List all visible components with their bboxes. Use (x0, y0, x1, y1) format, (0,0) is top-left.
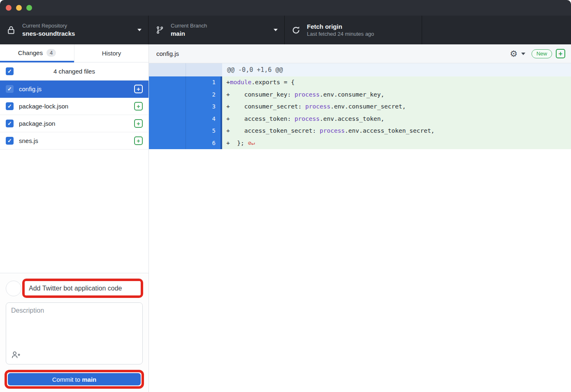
hunk-header-row: @@ -0,0 +1,6 @@ (149, 63, 571, 76)
new-line-number-cell[interactable]: 2 (186, 89, 222, 101)
diff-line-4: 4+ access_token: process.env.access_toke… (149, 113, 571, 125)
file-row-config.js[interactable]: ✓config.js+ (0, 81, 149, 98)
diff-code-text: + access_token: process.env.access_token… (222, 113, 571, 125)
commit-description-input[interactable] (6, 303, 142, 351)
current-branch-label: Current Branch (171, 23, 207, 29)
old-line-number-cell[interactable] (149, 137, 186, 150)
tab-history[interactable]: History (74, 44, 149, 62)
diff-code-text: + access_token_secret: process.env.acces… (222, 125, 571, 137)
git-branch-icon (155, 25, 164, 35)
diff-code-text: + consumer_secret: process.env.consumer_… (222, 101, 571, 113)
tab-changes-label: Changes (18, 49, 43, 56)
new-line-number-cell[interactable]: 3 (186, 101, 222, 113)
changed-files-count-label: 4 changed files (0, 68, 149, 75)
expand-diff-plus-icon[interactable]: + (556, 49, 565, 58)
added-file-plus-icon: + (134, 85, 143, 93)
old-line-number-cell[interactable] (149, 89, 186, 101)
diff-code-text: + }; ⊘↵ (222, 137, 571, 150)
current-repository-label: Current Repository (22, 23, 75, 29)
toolbar: Current Repository snes-soundtracks Curr… (0, 16, 571, 44)
fetch-origin-label: Fetch origin (307, 23, 374, 31)
lock-icon (7, 25, 16, 35)
chevron-down-icon[interactable] (521, 53, 525, 55)
diff-code-text: +module.exports = { (222, 76, 571, 89)
hunk-gutter-new (186, 63, 222, 76)
commit-summary-input[interactable] (25, 281, 141, 295)
commit-form: Commit to main (0, 273, 149, 392)
file-row-package.json[interactable]: ✓package.json+ (0, 115, 149, 132)
commit-to-main-button[interactable]: Commit to main (8, 373, 141, 385)
added-file-plus-icon: + (134, 102, 143, 111)
file-checkbox[interactable]: ✓ (6, 85, 14, 93)
hunk-gutter-old (149, 63, 186, 76)
zoom-window-button[interactable] (26, 5, 32, 11)
file-checkbox[interactable]: ✓ (6, 102, 14, 110)
diff-line-3: 3+ consumer_secret: process.env.consumer… (149, 101, 571, 113)
tab-changes[interactable]: Changes 4 (0, 44, 74, 62)
changes-count-badge: 4 (46, 49, 56, 57)
file-name: config.js (19, 85, 42, 92)
current-branch-dropdown[interactable]: Current Branch main (149, 16, 285, 44)
select-all-checkbox[interactable]: ✓ (6, 67, 14, 75)
new-line-number-cell[interactable]: 6 (186, 137, 222, 150)
commit-button-highlight-annotation: Commit to main (5, 370, 144, 389)
changes-sidebar: Changes 4 History ✓ 4 changed files ✓con… (0, 44, 149, 392)
fetch-origin-button[interactable]: Fetch origin Last fetched 24 minutes ago (285, 16, 422, 44)
new-line-number-cell[interactable]: 1 (186, 76, 222, 89)
new-line-number-cell[interactable]: 5 (186, 125, 222, 137)
old-line-number-cell[interactable] (149, 101, 186, 113)
changed-files-header: ✓ 4 changed files (0, 62, 149, 81)
sync-icon (291, 26, 300, 35)
minimize-window-button[interactable] (16, 5, 22, 11)
file-row-snes.js[interactable]: ✓snes.js+ (0, 132, 149, 150)
gear-icon[interactable]: ⚙ (510, 49, 518, 58)
current-branch-value: main (171, 30, 207, 38)
fetch-origin-status: Last fetched 24 minutes ago (307, 31, 374, 37)
diff-code-text: + consumer_key: process.env.consumer_key… (222, 89, 571, 101)
old-line-number-cell[interactable] (149, 125, 186, 137)
diff-lines: 1+module.exports = {2+ consumer_key: pro… (149, 76, 571, 149)
commit-button-prefix: Commit to (52, 376, 82, 383)
description-box (6, 302, 143, 364)
add-coauthor-icon[interactable] (11, 351, 21, 360)
diff-line-2: 2+ consumer_key: process.env.consumer_ke… (149, 89, 571, 101)
diff-filename: config.js (156, 50, 179, 57)
sidebar-tabs: Changes 4 History (0, 44, 149, 62)
chevron-down-icon (274, 29, 278, 31)
diff-panel: config.js ⚙ New + @@ -0,0 +1,6 @@ 1+modu… (149, 44, 571, 392)
commit-button-branch: main (82, 376, 96, 383)
new-line-number-cell[interactable]: 4 (186, 113, 222, 125)
current-repository-value: snes-soundtracks (22, 30, 75, 38)
file-checkbox[interactable]: ✓ (6, 120, 14, 127)
hunk-header-text: @@ -0,0 +1,6 @@ (222, 63, 571, 76)
close-window-button[interactable] (6, 5, 12, 11)
file-list: ✓config.js+✓package-lock.json+✓package.j… (0, 81, 149, 150)
old-line-number-cell[interactable] (149, 113, 186, 125)
summary-highlight-annotation (22, 279, 143, 298)
file-name: package-lock.json (19, 103, 68, 110)
diff-line-6: 6+ }; ⊘↵ (149, 137, 571, 150)
tab-history-label: History (102, 50, 121, 57)
chevron-down-icon (137, 29, 142, 31)
added-file-plus-icon: + (134, 119, 143, 128)
added-file-plus-icon: + (134, 136, 143, 145)
file-name: snes.js (19, 137, 38, 144)
diff-header: config.js ⚙ New + (149, 44, 571, 63)
file-name: package.json (19, 120, 55, 127)
file-checkbox[interactable]: ✓ (6, 137, 14, 145)
file-row-package-lock.json[interactable]: ✓package-lock.json+ (0, 98, 149, 115)
old-line-number-cell[interactable] (149, 76, 186, 89)
diff-line-5: 5+ access_token_secret: process.env.acce… (149, 125, 571, 137)
new-file-badge: New (532, 49, 552, 58)
current-repository-dropdown[interactable]: Current Repository snes-soundtracks (0, 16, 149, 44)
diff-line-1: 1+module.exports = { (149, 76, 571, 89)
titlebar (0, 0, 571, 16)
avatar (6, 281, 21, 296)
